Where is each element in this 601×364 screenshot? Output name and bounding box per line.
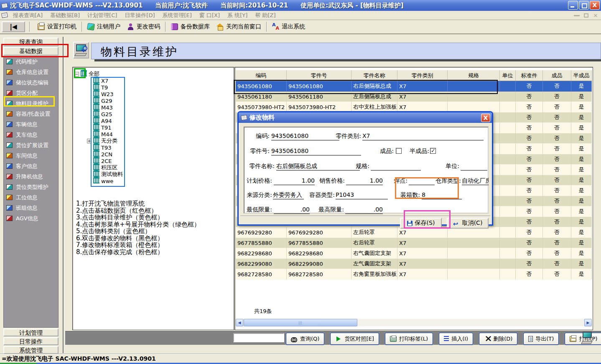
bottom-button-insert[interactable]: 插入(I)	[439, 333, 473, 345]
column-header[interactable]: 零件类别	[397, 70, 448, 81]
bottom-button-delete[interactable]: 删除(D)	[479, 333, 517, 345]
name-field[interactable]: 右后侧隔板总成	[276, 163, 360, 171]
tree-node[interactable]: 2CE	[74, 158, 123, 164]
sidebar-item[interactable]: 班组信息	[4, 203, 58, 213]
search-input[interactable]	[233, 333, 284, 342]
dialog-close-icon[interactable]: X	[481, 114, 490, 122]
toolbar-button-change-password[interactable]: 更改密码	[124, 21, 163, 33]
column-header[interactable]: 成品	[543, 70, 571, 81]
column-header[interactable]: 零件名称	[351, 70, 397, 81]
sidebar-item[interactable]: 储位状态编辑	[4, 77, 58, 88]
bottom-button-print-label[interactable]: 打印标签(L)	[385, 333, 433, 345]
sidebar-tab-base-data[interactable]: 基础数据	[3, 47, 59, 56]
plan-price-field[interactable]: 1.00	[274, 177, 315, 185]
weld-field[interactable]	[409, 177, 435, 185]
menu-item[interactable]: 帮 助[Z]	[251, 12, 279, 19]
scroll-left-icon[interactable]: ◀	[236, 319, 243, 326]
tree-node[interactable]: M43	[74, 104, 123, 111]
table-row[interactable]: 96769292809676929280左后轮罩X7否否是	[236, 227, 592, 238]
cancel-button[interactable]: 取消(C)	[447, 218, 489, 229]
semi-checkbox[interactable]	[430, 148, 436, 154]
table-row[interactable]: 94350610809435061080右后侧隔板总成X7否否是	[236, 81, 592, 92]
column-header[interactable]: 标准件	[516, 70, 543, 81]
max-limit-field[interactable]: .00	[345, 206, 383, 214]
toolbar-button-close-window[interactable]: 关闭当前窗口	[213, 21, 265, 33]
tree-node[interactable]: G25	[74, 111, 123, 117]
part-no-field[interactable]: 9435061080	[271, 148, 361, 155]
table-row[interactable]: 94350611809435061180左后侧隔板总成X7否否是	[236, 92, 592, 102]
sidebar-item[interactable]: 叉车信息	[4, 130, 58, 140]
dialog-titlebar[interactable]: 修改物料 X	[239, 112, 492, 123]
min-limit-field[interactable]: .00	[274, 206, 310, 214]
tree-expand-icon[interactable]: +	[87, 139, 92, 143]
finished-checkbox[interactable]	[396, 148, 402, 154]
close-button[interactable]	[590, 1, 600, 10]
menu-item[interactable]: 基础数据[B]	[46, 12, 84, 19]
tree-node[interactable]: G29	[74, 97, 123, 104]
back-button[interactable]: |◀	[2, 21, 25, 32]
minimize-button[interactable]	[568, 1, 578, 10]
unit-field[interactable]	[461, 163, 487, 171]
code-field[interactable]: 9435061080	[271, 132, 339, 140]
bottom-button-search[interactable]: 查询(Q)	[286, 333, 324, 345]
table-row[interactable]: 96778558809677855880右后轮罩X7否否是	[236, 238, 592, 248]
sidebar-item[interactable]: 仓库信息设置	[4, 67, 58, 77]
column-header[interactable]: 编码	[236, 70, 287, 81]
sidebar-item[interactable]: 货位扩展设置	[4, 140, 58, 150]
tree-node[interactable]: A94	[74, 117, 123, 124]
table-row[interactable]: 96827285809682728580右角窗里板加强板X7否否是	[236, 269, 592, 280]
tree-node[interactable]: 2CN	[74, 151, 123, 158]
sidebar-item[interactable]: 工位信息	[4, 192, 58, 203]
menu-item[interactable]: 系统管理[E]	[159, 12, 196, 19]
sidebar-item[interactable]: 容器/托盘设置	[4, 109, 58, 119]
column-header[interactable]: 单位	[500, 70, 516, 81]
source-field[interactable]: 外委劳务入	[273, 191, 304, 199]
sidebar-tab-system-manage[interactable]: 系统管理	[3, 346, 59, 354]
tree-node[interactable]: 积压区	[74, 164, 123, 171]
toolbar-button-logout-user[interactable]: 注销用户	[84, 21, 124, 33]
column-header[interactable]: 半成品	[571, 70, 592, 81]
column-header[interactable]: 规格	[448, 70, 500, 81]
tree-node[interactable]: W23	[74, 91, 123, 97]
menu-item[interactable]: 报表查询[A]	[9, 12, 46, 19]
tree-collapse-icon[interactable]: −	[74, 72, 79, 76]
tree-node[interactable]: wwe	[74, 178, 123, 184]
sidebar-item[interactable]: AGV信息	[4, 213, 58, 224]
menu-item[interactable]: 日常操作[D]	[121, 12, 158, 19]
sidebar-item[interactable]: 物料目录维护	[4, 98, 58, 109]
sidebar-item[interactable]: 代码维护	[4, 56, 58, 67]
scrollbar-thumb[interactable]	[244, 319, 357, 326]
tree-node-root[interactable]: −全部	[74, 71, 123, 77]
menu-item[interactable]: 系 统[Y]	[224, 12, 251, 19]
scrollbar-track[interactable]	[357, 319, 584, 326]
sidebar-item[interactable]: 车辆信息	[4, 119, 58, 130]
page-header-icon-button[interactable]	[73, 42, 89, 59]
bottom-button-export[interactable]: 导出(T)	[523, 333, 559, 345]
sidebar-item[interactable]: 货位类型维护	[4, 182, 58, 192]
column-header[interactable]: 零件号	[287, 70, 351, 81]
box-qty-field[interactable]: 8	[422, 191, 462, 199]
tree-node[interactable]: X7	[74, 77, 123, 84]
sidebar-item[interactable]: 客户信息	[4, 161, 58, 171]
mdi-close-icon[interactable]: ×	[593, 12, 598, 18]
sidebar-tab-report-query[interactable]: 报表查询	[3, 38, 59, 46]
mdi-minimize-icon[interactable]	[574, 12, 580, 16]
category-field[interactable]: X7	[362, 132, 484, 140]
warehouse-type-field[interactable]: 自动化厂房	[462, 177, 489, 185]
sidebar-item[interactable]: 车间信息	[4, 150, 58, 161]
toolbar-button-exit-system[interactable]: 退出系统	[269, 21, 308, 33]
toolbar-button-backup-database[interactable]: 备份数据库	[168, 21, 213, 33]
save-button[interactable]: 保存(S)	[400, 218, 442, 229]
menu-item[interactable]: 计划管理[C]	[84, 12, 121, 19]
tree-node[interactable]: T91	[74, 124, 123, 131]
restore-button[interactable]	[579, 1, 589, 10]
toolbar-button-printer-setup[interactable]: 设置打印机	[34, 21, 80, 33]
horizontal-scrollbar[interactable]: ◀ ▶	[236, 319, 592, 326]
sale-price-field[interactable]: 1.00	[346, 177, 383, 185]
bottom-button-area-compare[interactable]: 货区对照[E]	[330, 333, 379, 345]
table-row[interactable]: 96822990809682299080左气囊固定支架X7否否是	[236, 259, 592, 269]
sidebar-tab-plan-manage[interactable]: 计划管理	[3, 328, 59, 336]
sidebar-item[interactable]: 升降机信息	[4, 171, 58, 182]
tree-node[interactable]: T93	[74, 144, 123, 151]
mdi-restore-icon[interactable]	[584, 13, 588, 18]
